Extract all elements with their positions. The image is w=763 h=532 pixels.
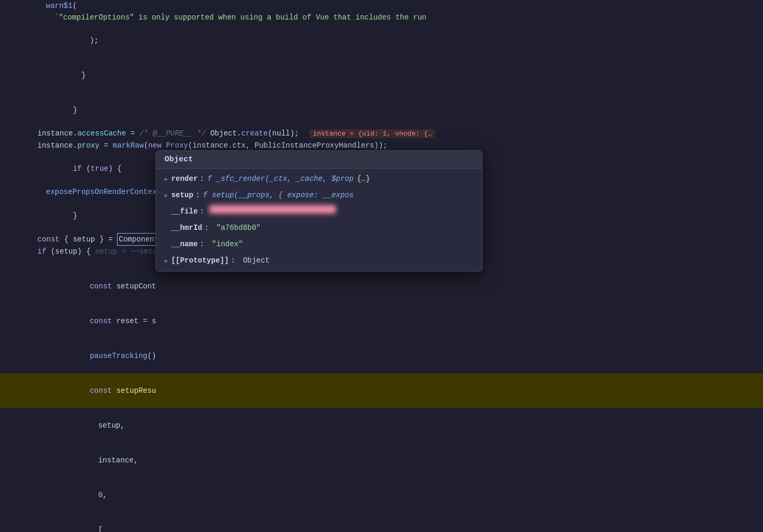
line-content: const setupCont: [29, 269, 763, 304]
tooltip-title: Object: [165, 155, 193, 164]
code-token: }: [73, 106, 77, 114]
tooltip-key: __hmrId: [171, 221, 202, 234]
tooltip-value: "index": [207, 238, 243, 250]
line-content: instance,: [29, 443, 763, 478]
tooltip-colon: :: [200, 238, 204, 250]
tooltip-colon: :: [231, 254, 235, 267]
code-line: `"compilerOptions" is only supported whe…: [0, 12, 763, 23]
code-line: const reset = s: [0, 304, 763, 338]
line-content: );: [29, 23, 763, 58]
code-token: }: [73, 71, 85, 80]
tooltip-key: __name: [171, 238, 198, 250]
line-content: }: [29, 58, 763, 93]
code-line: );: [0, 23, 763, 58]
debug-value: instance = {uid: 1, vnode: {…: [310, 129, 435, 138]
code-line: }: [0, 58, 763, 93]
code-line: instance.proxy = markRaw(new Proxy(insta…: [0, 140, 763, 151]
code-line: const setupResu: [0, 373, 763, 408]
line-content: setup,: [29, 408, 763, 443]
expand-arrow-icon: ▶: [165, 255, 168, 267]
line-content: `"compilerOptions" is only supported whe…: [29, 12, 763, 23]
tooltip-body: ▶ render : f _sfc_render(_ctx, _cache, $…: [156, 169, 482, 271]
code-line: instance,: [0, 443, 763, 478]
code-line: warn$1(: [0, 0, 763, 12]
code-token: `"compilerOptions" is only supported whe…: [37, 13, 427, 22]
tooltip-colon: :: [204, 221, 208, 234]
tooltip-popup: Object ▶ render : f _sfc_render(_ctx, _c…: [156, 150, 482, 272]
tooltip-value: f _sfc_render(_ctx, _cache, $prop: [207, 172, 353, 185]
code-line: 0,: [0, 478, 763, 512]
code-line: [: [0, 512, 763, 532]
component-box: Component: [117, 233, 160, 246]
expand-arrow-icon: ▶: [165, 189, 168, 202]
code-line: instance.accessCache = /* @__PURE__ */ O…: [0, 128, 763, 140]
line-content: const setupResu: [29, 373, 763, 408]
tooltip-row-name[interactable]: ▶ __name : "index": [156, 236, 482, 253]
tooltip-value: f setup(__props, { expose: __expos: [203, 189, 354, 201]
code-token: instance.: [37, 129, 78, 138]
code-line: setup,: [0, 408, 763, 443]
tooltip-row-file[interactable]: ▶ __file :: [156, 204, 482, 220]
line-content: [: [29, 512, 763, 532]
tooltip-key: render: [171, 172, 198, 185]
code-line: pauseTracking(): [0, 338, 763, 373]
code-token: warn$1: [37, 2, 72, 10]
line-content: const reset = s: [29, 304, 763, 338]
tooltip-key: __file: [171, 205, 198, 218]
tooltip-row-prototype[interactable]: ▶ [[Prototype]] : Object: [156, 253, 482, 269]
tooltip-value: "a76bd8b0": [212, 221, 260, 234]
tooltip-row-render[interactable]: ▶ render : f _sfc_render(_ctx, _cache, $…: [156, 171, 482, 187]
tooltip-colon: :: [200, 205, 204, 218]
tooltip-colon: :: [200, 172, 204, 185]
code-area: warn$1( `"compilerOptions" is only suppo…: [0, 0, 763, 532]
line-content: }: [29, 93, 763, 128]
code-editor: warn$1( `"compilerOptions" is only suppo…: [0, 0, 763, 532]
tooltip-header: Object: [156, 151, 482, 169]
tooltip-row-setup[interactable]: ▶ setup : f setup(__props, { expose: __e…: [156, 187, 482, 204]
tooltip-key: setup: [171, 189, 194, 201]
tooltip-key: [[Prototype]]: [171, 254, 229, 267]
line-content: instance.accessCache = /* @__PURE__ */ O…: [29, 128, 763, 140]
tooltip-value: Object: [238, 254, 269, 267]
line-content: 0,: [29, 478, 763, 512]
code-line: const setupCont: [0, 269, 763, 304]
tooltip-bracket: {…}: [357, 172, 370, 185]
expand-arrow-icon: ▶: [165, 173, 168, 186]
tooltip-colon: :: [196, 189, 200, 201]
line-content: warn$1(: [29, 0, 763, 12]
line-content: pauseTracking(): [29, 338, 763, 373]
code-token: );: [73, 36, 99, 45]
blurred-value: [209, 205, 336, 214]
code-line: }: [0, 93, 763, 128]
tooltip-row-hmrid[interactable]: ▶ __hmrId : "a76bd8b0": [156, 220, 482, 236]
line-content: instance.proxy = markRaw(new Proxy(insta…: [29, 140, 763, 151]
